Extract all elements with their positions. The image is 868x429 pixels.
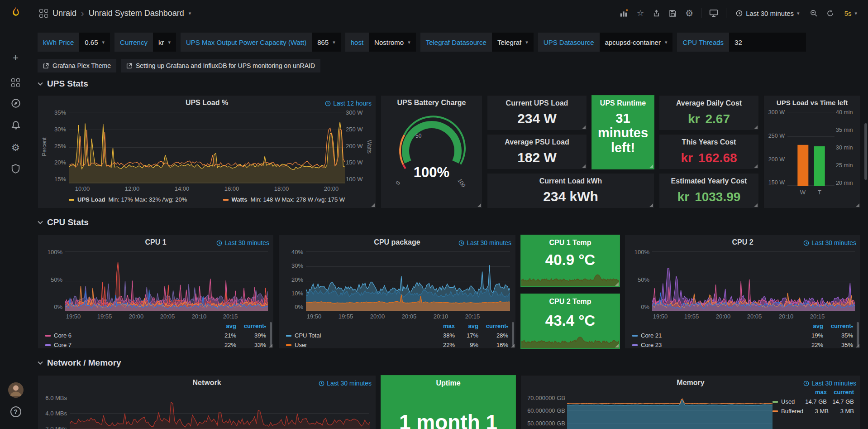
legend-scrollbar[interactable] <box>857 322 859 346</box>
legend-series-toggle[interactable]: Core 7 <box>45 342 213 348</box>
add-panel-button[interactable] <box>619 8 629 19</box>
panel-title[interactable]: CPU 2 Temp <box>521 298 620 306</box>
legend-sort-current[interactable]: current <box>827 389 854 395</box>
zoom-out-button[interactable] <box>809 9 819 18</box>
gauge-tick-mid: 50 <box>415 133 421 139</box>
panel-time-override[interactable]: Last 30 minutes <box>458 239 511 246</box>
cpu1-chart-area[interactable] <box>65 251 268 311</box>
panel-title[interactable]: Average Daily Cost <box>659 99 758 107</box>
section-header-network-memory[interactable]: Network / Memory <box>38 357 121 369</box>
grafana-logo[interactable] <box>0 4 31 22</box>
create-add-button[interactable]: + <box>0 53 31 63</box>
star-button[interactable]: ☆ <box>636 7 645 19</box>
legend-sort-max[interactable]: max <box>800 389 827 395</box>
legend-series-toggle[interactable]: Buffered <box>773 408 803 415</box>
ups-load-chart-area[interactable] <box>69 112 345 183</box>
user-avatar[interactable] <box>0 381 31 399</box>
panel-current-ups-load: Current UPS Load 234 W <box>487 95 587 130</box>
panel-estimated-yearly-cost: Estimated Yearly Cost kr1033.99 <box>659 173 759 208</box>
panel-title[interactable]: This Years Cost <box>659 138 758 146</box>
cycle-view-mode-button[interactable] <box>708 8 719 18</box>
help-button[interactable]: ? <box>0 406 31 418</box>
variable-value-dropdown[interactable]: Telegraf▾ <box>492 33 534 52</box>
panel-title[interactable]: UPS Battery Charge <box>381 99 482 107</box>
variable-value-dropdown[interactable]: Nostromo▾ <box>369 33 416 52</box>
variable-value-dropdown[interactable]: kr▾ <box>153 33 176 52</box>
series-color-marker <box>773 401 778 403</box>
legend-series-toggle[interactable]: Core 21 <box>632 332 800 339</box>
x-tick: 20:10 <box>779 313 794 320</box>
gear-icon: ⚙ <box>685 8 693 19</box>
cpu-package-chart-area[interactable] <box>306 251 510 311</box>
panel-title[interactable]: Uptime <box>381 379 515 387</box>
panel-title[interactable]: Average PSU Load <box>487 138 587 146</box>
panel-title[interactable]: Current UPS Load <box>487 99 587 107</box>
legend-scrollbar[interactable] <box>512 322 514 346</box>
legend-series-toggle[interactable]: User <box>286 342 431 348</box>
breadcrumb-folder[interactable]: Unraid <box>52 9 76 18</box>
legend-sort-current[interactable]: current▾ <box>478 323 508 329</box>
dashboard-settings-button[interactable]: ⚙ <box>684 7 694 19</box>
legend-row: Core 6 21% 39% <box>45 331 266 340</box>
panel-title[interactable]: CPU 1 Temp <box>521 239 620 247</box>
legend-series-toggle[interactable]: Core 23 <box>632 342 800 348</box>
memory-chart-area[interactable] <box>567 394 773 429</box>
load-vs-time-chart-area[interactable] <box>787 112 835 186</box>
refresh-button[interactable] <box>825 9 835 18</box>
sort-caret-icon: ▾ <box>851 324 853 329</box>
panel-time-override[interactable]: Last 30 minutes <box>803 239 856 246</box>
sidebar-item-alerting[interactable] <box>0 120 31 131</box>
section-header-cpu-stats[interactable]: CPU Stats <box>38 217 89 228</box>
legend-sort-avg[interactable]: avg <box>800 323 823 329</box>
breadcrumb-dashboard-title[interactable]: Unraid System Dashboard <box>89 9 184 18</box>
breadcrumb: Unraid › Unraid System Dashboard ▾ <box>39 8 191 19</box>
legend-sort-avg[interactable]: avg <box>455 323 478 329</box>
shield-icon <box>11 164 20 174</box>
panel-title[interactable]: UPS Runtime <box>592 99 654 107</box>
sidebar-item-configuration[interactable]: ⚙ <box>0 142 31 154</box>
apps-grid-icon[interactable] <box>39 9 48 18</box>
link-ups-monitoring-guide[interactable]: Setting up Grafana and InfluxDB for UPS … <box>121 59 320 72</box>
share-button[interactable] <box>652 9 661 18</box>
variable-value-dropdown[interactable]: apcupsd-container▾ <box>600 33 673 52</box>
legend-sort-avg[interactable]: avg <box>213 323 236 329</box>
legend-sort-max[interactable]: max <box>431 323 455 329</box>
variable-value-dropdown[interactable]: 865▾ <box>312 33 341 52</box>
panel-time-override[interactable]: Last 12 hours <box>325 100 372 107</box>
caret-down-icon: ▾ <box>797 10 800 16</box>
legend-series-toggle[interactable]: Core 6 <box>45 332 213 339</box>
refresh-interval-picker[interactable]: 5s ▾ <box>842 9 860 18</box>
save-button[interactable] <box>668 9 677 18</box>
legend-sort-current[interactable]: current▾ <box>823 323 853 329</box>
legend-item-ups-load[interactable]: UPS LoadMin: 17% Max: 32% Avg: 20% <box>69 196 187 203</box>
section-header-ups-stats[interactable]: UPS Stats <box>38 78 88 90</box>
variable-ups-datasource: UPS Datasource apcupsd-container▾ <box>538 33 673 52</box>
legend-item-watts[interactable]: WattsMin: 148 W Max: 278 W Avg: 175 W <box>223 196 345 203</box>
grafana-flame-icon <box>7 5 24 22</box>
variable-cpu-threads: CPU Threads 32 <box>677 33 806 52</box>
time-range-picker[interactable]: Last 30 minutes ▾ <box>733 9 802 18</box>
network-chart-area[interactable] <box>70 395 370 429</box>
panel-memory: Memory Last 30 minutes 70.000000 GB 60.0… <box>520 375 861 429</box>
panel-title[interactable]: Estimated Yearly Cost <box>659 177 758 185</box>
panel-time-override[interactable]: Last 30 minutes <box>319 380 372 387</box>
panel-time-override[interactable]: Last 30 minutes <box>216 239 269 246</box>
link-grafana-plex-theme[interactable]: Grafana Plex Theme <box>38 59 116 72</box>
panel-title[interactable]: Current Load kWh <box>487 177 654 185</box>
external-link-icon <box>43 63 49 69</box>
scrollbar-thumb[interactable] <box>864 123 867 180</box>
cpu2-chart-area[interactable] <box>652 251 855 311</box>
panel-time-override[interactable]: Last 30 minutes <box>803 380 856 387</box>
variable-value-dropdown[interactable]: 0.65▾ <box>79 33 110 52</box>
legend-scrollbar[interactable] <box>270 322 272 346</box>
sidebar-item-explore[interactable] <box>0 98 31 109</box>
panel-cpu2-temp: CPU 2 Temp 43.4 °C <box>520 294 620 349</box>
legend-sort-current[interactable]: current▾ <box>236 323 266 329</box>
panel-title[interactable]: UPS Load vs Time left <box>764 99 860 106</box>
series-color-marker <box>45 344 51 346</box>
legend-series-toggle[interactable]: CPU Total <box>286 332 431 339</box>
sidebar-item-server-admin[interactable] <box>0 164 31 174</box>
legend-series-toggle[interactable]: Used <box>773 398 800 405</box>
cpu-threads-input[interactable]: 32 <box>729 33 806 52</box>
sidebar-item-dashboards[interactable] <box>0 76 31 87</box>
